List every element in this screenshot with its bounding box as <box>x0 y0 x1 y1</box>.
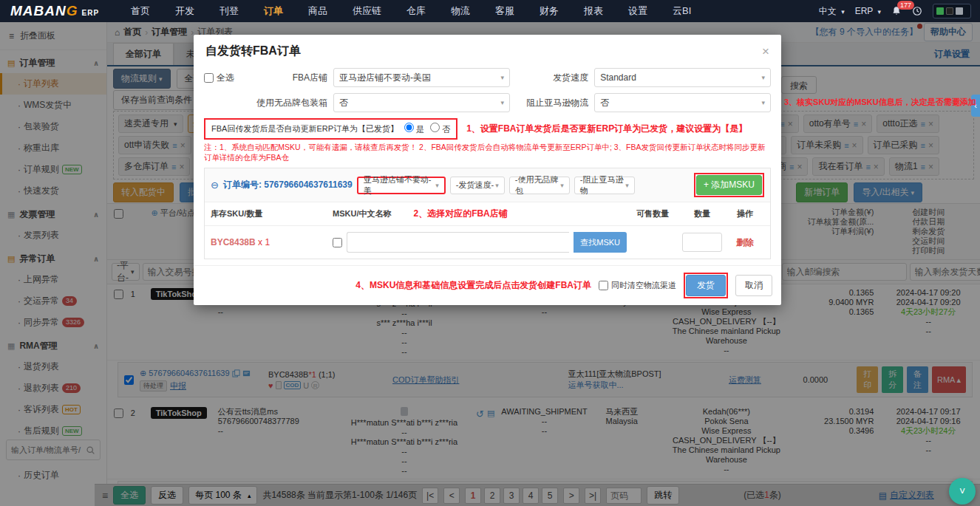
chevron-down-icon: ▾ <box>841 8 845 16</box>
modal-note: 注：1、系统自动匹配MSKU，可能有遗漏，请核查后再发货！ 2、FBA回传发货后… <box>204 143 771 163</box>
nav-item[interactable]: 开发 <box>163 0 207 22</box>
nav-item[interactable]: 云BI <box>660 0 704 22</box>
quantity-input[interactable] <box>682 233 722 252</box>
order-box-select[interactable]: -使用无品牌包▾ <box>509 177 570 194</box>
top-nav: MABANG ERP 首页开发刊登订单商品供应链仓库物流客服财务报表设置云BI … <box>0 0 980 22</box>
dark-square-icon <box>946 7 953 15</box>
nav-item[interactable]: 供应链 <box>340 0 394 22</box>
chevron-down-icon: ▾ <box>435 182 439 189</box>
order-fba-shop-select[interactable]: 亚马逊店铺不要动-美▾ <box>357 177 446 194</box>
block-amazon-select[interactable]: 否▾ <box>594 93 771 112</box>
modal-select-all-checkbox[interactable] <box>204 73 214 83</box>
annotation-1: 1、设置FBA订单发货后是否更新ERP订单为已发货，建议设置为【是】 <box>466 123 747 135</box>
auto-update-label: FBA回传发货后是否自动更新ERP订单为【已发货】 <box>211 123 398 134</box>
msku-input[interactable] <box>347 232 569 253</box>
close-icon[interactable]: × <box>762 45 769 58</box>
msku-row-checkbox[interactable] <box>333 238 342 247</box>
chevron-down-icon: ▾ <box>625 182 629 189</box>
chevron-down-icon: ▾ <box>495 182 499 189</box>
unbranded-box-label: 使用无品牌包装箱 <box>255 97 327 109</box>
chevron-down-icon: ˅ <box>959 485 965 497</box>
fba-shop-select[interactable]: 亚马逊店铺不要动-美国▾ <box>333 68 510 87</box>
col-operation: 操作 <box>726 208 764 219</box>
order-number: 订单编号: 576796604637611639 <box>223 179 353 191</box>
notifications-bell[interactable]: 177 <box>891 6 902 17</box>
nav-item[interactable]: 商品 <box>296 0 340 22</box>
order-block-select[interactable]: -阻止亚马逊物▾ <box>574 177 635 194</box>
col-available: 可售数量 <box>627 208 678 219</box>
modal-title: 自发货转FBA订单 <box>205 44 301 59</box>
fba-order-modal: 自发货转FBA订单 × 全选 FBA店铺 亚马逊店铺不要动-美国▾ 发货速度 S… <box>194 35 781 305</box>
language-selector[interactable]: 中文 ▾ <box>819 5 845 18</box>
chevron-down-icon: ▾ <box>761 99 765 106</box>
user-theme-widget[interactable] <box>933 4 971 18</box>
collapse-order-icon[interactable]: ⊖ <box>211 180 219 191</box>
order-section: ⊖ 订单编号: 576796604637611639 亚马逊店铺不要动-美▾ -… <box>204 168 771 259</box>
chevron-down-icon: ▾ <box>500 99 504 106</box>
ship-button[interactable]: 发货 <box>686 275 726 296</box>
radio-yes[interactable]: 是 <box>404 123 424 135</box>
main-menu: 首页开发刊登订单商品供应链仓库物流客服财务报表设置云BI <box>118 0 704 22</box>
app-logo: MABANG ERP <box>10 3 118 19</box>
ship-speed-select[interactable]: Standard▾ <box>594 68 771 87</box>
clear-channel-option[interactable]: 同时清空物流渠道 <box>599 280 676 291</box>
nav-item[interactable]: 订单 <box>251 0 296 22</box>
notification-count-badge: 177 <box>897 1 914 10</box>
clear-channel-checkbox[interactable] <box>599 281 608 290</box>
annotation-3: 3、核实SKU对应的MSKU信息后，决定是否需要添加 <box>784 97 976 108</box>
nav-item[interactable]: 刊登 <box>207 0 251 22</box>
cancel-button[interactable]: 取消 <box>735 275 772 296</box>
chevron-down-icon: ▾ <box>500 74 504 81</box>
modal-select-all[interactable]: 全选 <box>204 72 249 84</box>
stock-sku: BYC8438B <box>211 237 256 247</box>
order-speed-select[interactable]: -发货速度-▾ <box>450 177 505 194</box>
gray-square-icon <box>956 7 963 15</box>
nav-item[interactable]: 设置 <box>616 0 660 22</box>
chevron-down-icon: ▾ <box>761 74 765 81</box>
col-quantity: 数量 <box>678 208 726 219</box>
chevron-down-icon: ▾ <box>560 182 564 189</box>
ship-speed-label: 发货速度 <box>516 72 588 84</box>
nav-item[interactable]: 财务 <box>527 0 571 22</box>
add-msku-button[interactable]: + 添加MSKU <box>696 175 762 195</box>
annotation-4: 4、MSKU信息和基础信息设置完成后点击发货创建FBA订单 <box>355 279 591 292</box>
annotation-2: 2、选择对应的FBA店铺 <box>413 208 507 220</box>
auto-update-setting: FBA回传发货后是否自动更新ERP订单为【已发货】 是 否 <box>204 118 457 140</box>
chevron-down-icon: ▾ <box>877 8 881 16</box>
col-stock-sku: 库存SKU/数量 <box>211 208 333 219</box>
nav-item[interactable]: 物流 <box>438 0 483 22</box>
nav-item[interactable]: 仓库 <box>394 0 438 22</box>
nav-item[interactable]: 报表 <box>571 0 616 22</box>
radio-no[interactable]: 否 <box>430 123 450 135</box>
col-msku: MSKU/中文名称 <box>333 208 391 219</box>
fba-shop-label: FBA店铺 <box>255 72 327 84</box>
erp-selector[interactable]: ERP ▾ <box>855 6 881 16</box>
logo-g-icon: G <box>67 3 78 19</box>
delete-link[interactable]: 删除 <box>736 237 754 247</box>
nav-item[interactable]: 客服 <box>483 0 527 22</box>
scroll-float-button[interactable]: ˅ <box>949 478 976 505</box>
block-amazon-label: 阻止亚马逊物流 <box>516 97 588 109</box>
find-msku-button[interactable]: 查找MSKU <box>574 232 627 253</box>
nav-item[interactable]: 首页 <box>118 0 163 22</box>
unbranded-box-select[interactable]: 否▾ <box>333 93 510 112</box>
green-square-icon <box>936 7 944 15</box>
